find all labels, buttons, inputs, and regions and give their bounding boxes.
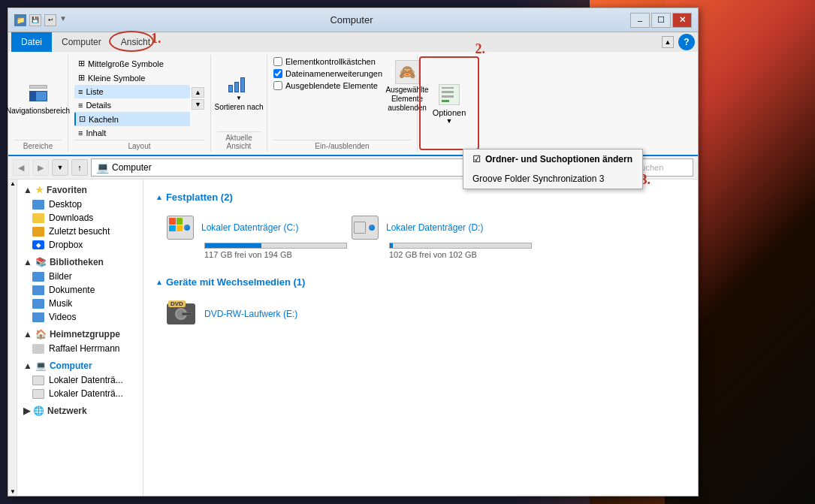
tab-ansicht[interactable]: Ansicht xyxy=(111,32,160,52)
layout-details[interactable]: ≡ Details xyxy=(74,98,190,112)
ribbon-group-einausblenden: Elementkontrollkästchen Dateinamenerweit… xyxy=(267,55,418,152)
optionen-content: Optionen ▼ xyxy=(427,59,472,147)
dateinamen-checkbox[interactable] xyxy=(273,69,282,78)
sidebar-item-desktop[interactable]: Desktop xyxy=(17,198,143,211)
sidebar-item-dokumente[interactable]: Dokumente xyxy=(17,283,143,297)
drive-d-header: Lokaler Datenträger (D:) xyxy=(352,216,514,240)
optionen-icon xyxy=(437,83,461,107)
netzwerk-icon: 🌐 xyxy=(33,406,44,416)
festplatten-heading: Festplatten (2) xyxy=(155,192,686,203)
ribbon-group-layout: ⊞ Mittelgroße Symbole ⊞ Kleine Symbole ≡… xyxy=(68,55,211,152)
einausblenden-content: Elementkontrollkästchen Dateinamenerweit… xyxy=(273,56,411,140)
quick-access-dropdown[interactable]: ▼ xyxy=(59,14,67,26)
bereiche-content: Navigationsbereich xyxy=(14,56,62,140)
sidebar-section-favoriten[interactable]: ▲ ★ Favoriten xyxy=(17,183,143,198)
layout-kleine[interactable]: ⊞ Kleine Symbole xyxy=(74,71,190,85)
sidebar-section-netzwerk[interactable]: ▶ 🌐 Netzwerk xyxy=(17,403,143,418)
dropbox-icon: ◆ xyxy=(32,240,44,249)
ausgeblendet-checkbox[interactable] xyxy=(273,81,282,90)
drive-c-info: 117 GB frei von 194 GB xyxy=(204,250,329,259)
drive-c-icon xyxy=(32,376,44,385)
tab-datei[interactable]: Datei xyxy=(11,32,52,52)
nav-icon xyxy=(26,81,50,105)
window-controls: – ☐ ✕ xyxy=(630,13,692,28)
back-button[interactable]: ◀ xyxy=(13,159,29,176)
minimize-button[interactable]: – xyxy=(630,13,650,28)
tab-computer[interactable]: Computer xyxy=(52,32,111,52)
dropdown-groove[interactable]: Groove Folder Synchronization 3 xyxy=(463,169,642,189)
layout-inhalt[interactable]: ≡ Inhalt xyxy=(74,126,190,140)
quick-access-save[interactable]: 💾 xyxy=(29,14,41,26)
aktuelle-content: ▼ Sortieren nach xyxy=(217,56,261,131)
quick-access-undo[interactable]: ↩ xyxy=(44,14,56,26)
forward-button[interactable]: ▶ xyxy=(32,159,49,176)
sidebar-scrollbar[interactable]: ▲ ▼ xyxy=(8,180,17,496)
check-elementkontroll: Elementkontrollkästchen xyxy=(273,56,382,67)
navigationsbereich-button[interactable]: Navigationsbereich xyxy=(14,77,62,119)
library-icon: 📚 xyxy=(35,257,47,267)
drive-c-bar xyxy=(205,243,261,248)
sidebar-item-musik[interactable]: Musik xyxy=(17,297,143,310)
drive-platter xyxy=(354,222,366,234)
title-bar-icons: 📁 💾 ↩ ▼ xyxy=(14,14,67,26)
heimnetz-icon: 🏠 xyxy=(35,329,47,340)
computer-sidebar-icon: 💻 xyxy=(35,361,47,371)
layout-scroll-down[interactable]: ▼ xyxy=(192,99,204,110)
ribbon-right-controls: ▲ ? xyxy=(662,32,695,52)
up-button[interactable]: ↑ xyxy=(71,159,88,176)
maximize-button[interactable]: ☐ xyxy=(651,13,671,28)
drive-tile-dvd[interactable]: DVD DVD-RW-Laufwerk (E:) xyxy=(161,295,334,336)
sidebar-scroll-down[interactable]: ▼ xyxy=(9,488,17,495)
sidebar-item-bilder[interactable]: Bilder xyxy=(17,270,143,283)
recent-locations-button[interactable]: ▼ xyxy=(52,159,68,176)
documents-icon xyxy=(32,285,44,295)
pictures-icon xyxy=(32,272,44,282)
dvd-icon-container: DVD xyxy=(167,300,197,327)
sidebar-section-bibliotheken[interactable]: ▲ 📚 Bibliotheken xyxy=(17,255,143,270)
sidebar-item-drive-d[interactable]: Lokaler Datenträ... xyxy=(17,387,143,400)
window-title: Computer xyxy=(73,14,630,26)
layout-scroll-up[interactable]: ▲ xyxy=(192,87,204,98)
star-icon: ★ xyxy=(35,185,44,195)
layout-scroll-area: ⊞ Mittelgroße Symbole ⊞ Kleine Symbole ≡… xyxy=(74,56,190,140)
recent-icon xyxy=(32,227,44,237)
windows-logo xyxy=(169,218,183,231)
sortieren-button[interactable]: ▼ Sortieren nach xyxy=(217,74,261,115)
drive-tile-c[interactable]: Lokaler Datenträger (C:) 117 GB frei von… xyxy=(161,210,334,264)
computer-collapse-icon: ▲ xyxy=(23,361,32,371)
check-dateinamen: Dateinamenerweiterungen xyxy=(273,68,382,79)
netzwerk-collapse-icon: ▶ xyxy=(23,406,30,416)
sidebar-item-raffael[interactable]: Raffael Herrmann xyxy=(17,342,143,355)
wechselmedien-heading: Geräte mit Wechselmedien (1) xyxy=(155,276,686,288)
favoriten-collapse-icon: ▲ xyxy=(23,185,32,195)
sidebar-section-computer[interactable]: ▲ 💻 Computer xyxy=(17,358,143,373)
elementkontroll-checkbox[interactable] xyxy=(273,57,282,66)
close-button[interactable]: ✕ xyxy=(672,13,692,28)
sidebar-item-zuletzt[interactable]: Zuletzt besucht xyxy=(17,225,143,238)
sidebar: ▲ ★ Favoriten Desktop Downloads Zuletzt … xyxy=(17,180,143,496)
sidebar-item-drive-c[interactable]: Lokaler Datenträ... xyxy=(17,373,143,387)
drive-d-icon-main xyxy=(352,216,379,240)
sidebar-item-downloads[interactable]: Downloads xyxy=(17,211,143,225)
layout-mittelgross[interactable]: ⊞ Mittelgroße Symbole xyxy=(74,56,190,71)
videos-icon xyxy=(32,312,44,322)
ribbon-collapse-btn[interactable]: ▲ xyxy=(662,36,674,48)
sidebar-item-dropbox[interactable]: ◆ Dropbox xyxy=(17,238,143,252)
explorer-window: 📁 💾 ↩ ▼ Computer – ☐ ✕ Datei Computer An… xyxy=(8,8,699,496)
dropdown-ordner-optionen[interactable]: ☑ Ordner- und Suchoptionen ändern xyxy=(463,149,642,169)
drive-c-bar-container xyxy=(204,243,347,249)
sidebar-scroll-up[interactable]: ▲ xyxy=(9,180,17,187)
ribbon-group-bereiche: Navigationsbereich Bereiche xyxy=(8,55,68,152)
layout-liste[interactable]: ≡ Liste xyxy=(74,85,190,98)
window-icon: 📁 xyxy=(14,14,26,26)
help-button[interactable]: ? xyxy=(678,34,695,50)
layout-scroll-btns: ▲ ▼ xyxy=(192,56,204,140)
drive-tile-d[interactable]: Lokaler Datenträger (D:) 102 GB frei von… xyxy=(346,210,519,264)
layout-kacheln[interactable]: ⊡ Kacheln xyxy=(74,112,190,126)
optionen-button[interactable]: Optionen ▼ xyxy=(427,79,472,128)
sidebar-section-heimnetz[interactable]: ▲ 🏠 Heimnetzgruppe xyxy=(17,327,143,342)
ribbon: Datei Computer Ansicht 1. ▲ ? xyxy=(8,32,698,156)
content-area: ▲ ▼ ▲ ★ Favoriten Desktop Downloads Zul xyxy=(8,180,698,496)
drive-d-icon xyxy=(32,389,44,399)
sidebar-item-videos[interactable]: Videos xyxy=(17,310,143,324)
